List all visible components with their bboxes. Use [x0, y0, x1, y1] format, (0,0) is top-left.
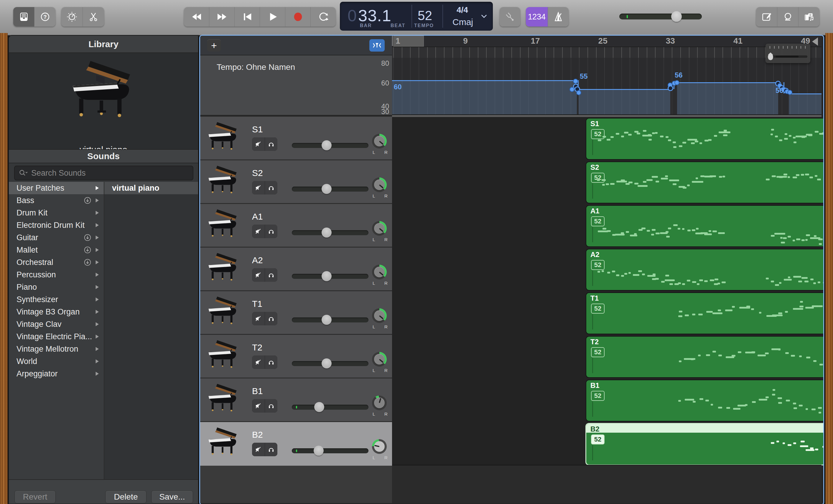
solo-button[interactable]: [265, 356, 278, 369]
track-header-s2[interactable]: S2LR: [200, 160, 392, 204]
volume-slider-knob[interactable]: [322, 315, 332, 325]
media-browser-button[interactable]: [799, 7, 819, 26]
pan-knob[interactable]: [372, 352, 387, 367]
mute-button[interactable]: [252, 356, 265, 369]
playhead[interactable]: [392, 36, 392, 46]
library-category-bass[interactable]: Bass: [9, 194, 104, 207]
region-b1[interactable]: B152: [586, 380, 824, 421]
library-category-world[interactable]: World: [9, 355, 104, 367]
tempo-control-point[interactable]: [570, 87, 574, 92]
mute-button[interactable]: [252, 181, 265, 194]
delete-button[interactable]: Delete: [105, 490, 146, 503]
loop-browser-button[interactable]: [777, 7, 799, 26]
patch-row-selected[interactable]: virtual piano: [104, 182, 198, 194]
mute-button[interactable]: [252, 224, 265, 238]
search-input[interactable]: [31, 168, 179, 178]
tempo-automation-lane[interactable]: 60555656: [392, 58, 822, 115]
tempo-curve-segment[interactable]: [789, 93, 822, 94]
play-button[interactable]: [260, 7, 285, 26]
library-category-mallet[interactable]: Mallet: [9, 244, 104, 256]
mute-button[interactable]: [252, 268, 265, 282]
library-category-user-patches[interactable]: User Patches: [9, 182, 104, 194]
region-t1[interactable]: T152: [586, 293, 824, 334]
library-category-electronic-drum-kit[interactable]: Electronic Drum Kit: [9, 219, 104, 231]
volume-slider-knob[interactable]: [314, 402, 324, 412]
count-in-button[interactable]: 1234: [526, 7, 548, 26]
volume-slider-track[interactable]: [292, 448, 368, 453]
pan-knob[interactable]: [372, 221, 387, 236]
tuning-fork-button[interactable]: [500, 7, 520, 26]
pan-knob[interactable]: [372, 439, 387, 454]
library-toggle-button[interactable]: [13, 7, 34, 26]
mute-button[interactable]: [252, 137, 265, 151]
region-a2[interactable]: A252: [586, 249, 824, 290]
solo-button[interactable]: [265, 399, 278, 413]
library-category-piano[interactable]: Piano: [9, 281, 104, 293]
record-button[interactable]: [285, 7, 311, 26]
volume-slider-track[interactable]: [292, 405, 368, 410]
library-category-synthesizer[interactable]: Synthesizer: [9, 293, 104, 306]
library-category-vintage-b3-organ[interactable]: Vintage B3 Organ: [9, 306, 104, 318]
region-t2[interactable]: T252: [586, 337, 824, 377]
library-category-arpeggiator[interactable]: Arpeggiator: [9, 367, 104, 380]
solo-button[interactable]: [265, 312, 278, 326]
region-s1[interactable]: S152: [586, 119, 824, 159]
tempo-control-point[interactable]: [576, 90, 581, 95]
volume-slider-knob[interactable]: [322, 140, 332, 150]
pan-knob[interactable]: [372, 134, 387, 148]
go-to-beginning-button[interactable]: [235, 7, 260, 26]
volume-slider-knob[interactable]: [322, 358, 332, 368]
mute-button[interactable]: [252, 312, 265, 326]
track-header-b2[interactable]: B2LR: [200, 421, 392, 466]
quick-help-button[interactable]: ?: [34, 7, 55, 26]
scroll-left-arrow[interactable]: [812, 38, 818, 46]
tempo-track-header[interactable]: Tempo: Ohne Namen 80604030: [200, 55, 392, 116]
master-volume-knob[interactable]: [671, 11, 682, 22]
metronome-button[interactable]: [548, 7, 569, 26]
tempo-curve-segment[interactable]: [677, 82, 778, 83]
mute-button[interactable]: [252, 443, 265, 456]
fast-forward-button[interactable]: [209, 7, 235, 26]
tempo-control-point[interactable]: [674, 80, 680, 85]
track-filter-button[interactable]: [369, 39, 385, 52]
library-category-vintage-electric-pia-[interactable]: Vintage Electric Pia...: [9, 330, 104, 343]
track-header-a2[interactable]: A2LR: [200, 247, 392, 291]
cut-button[interactable]: [83, 7, 104, 26]
pan-knob[interactable]: [372, 308, 387, 323]
region-a1[interactable]: A152: [586, 206, 824, 246]
solo-button[interactable]: [265, 268, 278, 282]
library-category-drum-kit[interactable]: Drum Kit: [9, 207, 104, 219]
tuner-button[interactable]: [61, 7, 83, 26]
solo-button[interactable]: [265, 443, 278, 456]
solo-button[interactable]: [265, 224, 278, 238]
volume-slider-knob[interactable]: [322, 227, 332, 238]
library-category-vintage-clav[interactable]: Vintage Clav: [9, 318, 104, 330]
mute-button[interactable]: [252, 399, 265, 413]
region-s2[interactable]: S252: [586, 162, 824, 203]
solo-button[interactable]: [265, 181, 278, 194]
note-pad-button[interactable]: [756, 7, 777, 26]
track-header-t1[interactable]: T1LR: [200, 290, 392, 335]
save-button[interactable]: Save...: [151, 490, 193, 503]
rewind-button[interactable]: [184, 7, 209, 26]
tempo-control-point[interactable]: [668, 86, 673, 91]
library-category-vintage-mellotron[interactable]: Vintage Mellotron: [9, 343, 104, 355]
lcd-display[interactable]: 0 33.1 BAR BEAT 52 TEMPO 4/4 Cmaj: [340, 2, 493, 31]
library-category-percussion[interactable]: Percussion: [9, 268, 104, 281]
cycle-button[interactable]: [311, 7, 336, 26]
tempo-control-point[interactable]: [787, 90, 792, 95]
add-track-button[interactable]: +: [207, 39, 221, 52]
master-volume-slider[interactable]: [619, 14, 702, 20]
track-header-t2[interactable]: T2LR: [200, 334, 392, 379]
library-category-orchestral[interactable]: Orchestral: [9, 256, 104, 268]
zoom-slider-handle[interactable]: [768, 52, 773, 60]
track-header-s1[interactable]: S1LR: [200, 116, 392, 160]
volume-slider-knob[interactable]: [322, 184, 332, 194]
track-header-a1[interactable]: A1LR: [200, 203, 392, 247]
solo-button[interactable]: [265, 137, 278, 151]
region-b2[interactable]: B252: [586, 424, 824, 464]
volume-slider-knob[interactable]: [314, 446, 324, 456]
pan-knob[interactable]: [372, 177, 387, 192]
library-category-guitar[interactable]: Guitar: [9, 231, 104, 244]
tempo-control-point[interactable]: [573, 79, 578, 84]
